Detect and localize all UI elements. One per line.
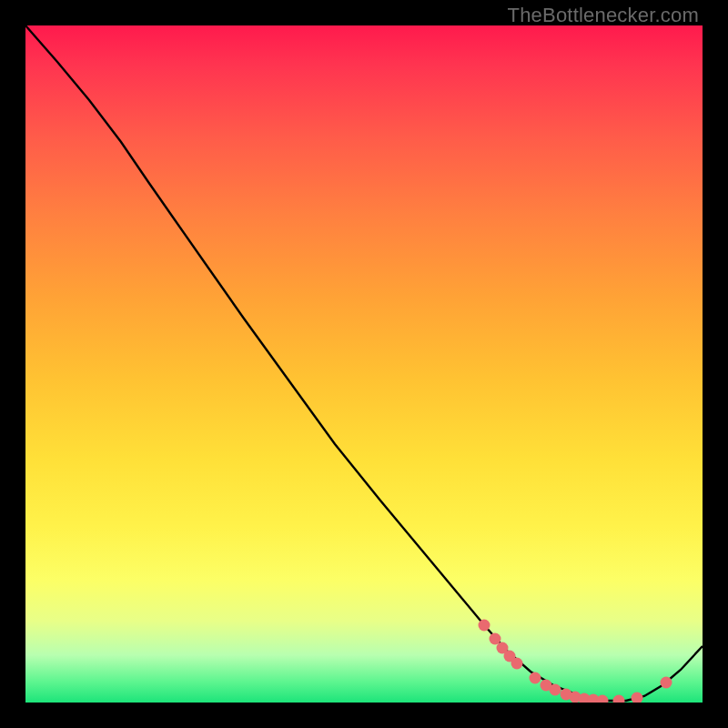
curve-marker-dot xyxy=(530,672,541,684)
curve-marker-dot xyxy=(661,677,672,689)
curve-marker-dot xyxy=(632,693,643,703)
bottleneck-curve-chart xyxy=(25,25,703,703)
plot-frame xyxy=(25,25,703,703)
curve-marker-dot xyxy=(613,695,625,703)
curve-marker-dot xyxy=(511,658,523,670)
curve-marker-dot xyxy=(597,695,609,703)
watermark-text: TheBottlenecker.com xyxy=(508,4,699,27)
curve-marker-dot xyxy=(479,620,490,632)
curve-marker-dot xyxy=(550,684,561,696)
curve-line xyxy=(25,25,703,701)
curve-markers xyxy=(479,620,672,703)
